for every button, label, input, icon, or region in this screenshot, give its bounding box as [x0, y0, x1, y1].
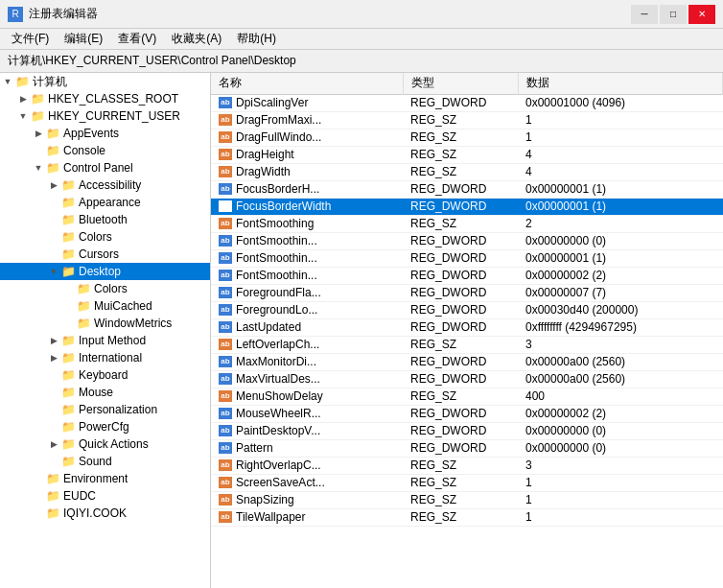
menu-item[interactable]: 帮助(H): [229, 29, 284, 49]
reg-name-cell: abDragHeight: [211, 146, 403, 163]
table-row[interactable]: abScreenSaveAct...REG_SZ1: [211, 474, 723, 491]
table-row[interactable]: abRightOverlapC...REG_SZ3: [211, 457, 723, 474]
col-type[interactable]: 类型: [403, 73, 518, 94]
tree-item-sound[interactable]: 📁Sound: [0, 453, 210, 470]
minimize-button[interactable]: ─: [631, 5, 658, 24]
table-row[interactable]: abFocusBorderH...REG_DWORD0x00000001 (1): [211, 180, 723, 198]
table-row[interactable]: abMaxVirtualDes...REG_DWORD0x00000a00 (2…: [211, 370, 723, 388]
table-row[interactable]: abDragFromMaxi...REG_SZ1: [211, 111, 723, 129]
folder-icon: 📁: [46, 472, 61, 485]
menu-item[interactable]: 文件(F): [4, 29, 57, 49]
tree-toggle[interactable]: ▶: [46, 439, 61, 449]
table-row[interactable]: abMouseWheelR...REG_DWORD0x00000002 (2): [211, 405, 723, 422]
tree-item-quick_actions[interactable]: ▶📁Quick Actions: [0, 435, 210, 453]
table-row[interactable]: abMenuShowDelayREG_SZ400: [211, 388, 723, 405]
reg-type-cell: REG_DWORD: [403, 94, 518, 111]
reg-name-cell: abDpiScalingVer: [211, 94, 403, 111]
registry-pane: 名称 类型 数据 abDpiScalingVerREG_DWORD0x00001…: [211, 73, 723, 588]
tree-item-control_panel[interactable]: ▼📁Control Panel: [0, 159, 210, 176]
menu-item[interactable]: 编辑(E): [57, 29, 110, 49]
tree-toggle[interactable]: ▶: [46, 353, 61, 363]
table-row[interactable]: abFontSmoothingREG_SZ2: [211, 215, 723, 232]
table-row[interactable]: abLeftOverlapCh...REG_SZ3: [211, 336, 723, 353]
tree-item-desktop_windowmetrics[interactable]: 📁WindowMetrics: [0, 315, 210, 332]
table-row[interactable]: abDragWidthREG_SZ4: [211, 163, 723, 180]
tree-toggle[interactable]: ▼: [0, 77, 15, 86]
maximize-button[interactable]: □: [660, 5, 687, 24]
tree-item-bluetooth[interactable]: 📁Bluetooth: [0, 211, 210, 228]
reg-data-cell: 0x00000000 (0): [518, 232, 723, 249]
tree-item-classes_root[interactable]: ▶📁HKEY_CLASSES_ROOT: [0, 90, 210, 107]
tree-item-mouse[interactable]: 📁Mouse: [0, 384, 210, 401]
tree-item-desktop_colors[interactable]: 📁Colors: [0, 280, 210, 297]
tree-toggle[interactable]: ▼: [15, 111, 31, 121]
table-row[interactable]: abSnapSizingREG_SZ1: [211, 491, 723, 508]
menu-item[interactable]: 查看(V): [110, 29, 164, 49]
type-icon: ab: [219, 304, 232, 316]
reg-data-cell: 0xffffffff (4294967295): [518, 318, 723, 336]
col-data[interactable]: 数据: [518, 73, 723, 94]
folder-icon: 📁: [61, 265, 77, 278]
tree-item-personalization[interactable]: 📁Personalization: [0, 401, 210, 418]
table-row[interactable]: abTileWallpaperREG_SZ1: [211, 508, 723, 526]
table-row[interactable]: abPaintDesktopV...REG_DWORD0x00000000 (0…: [211, 422, 723, 439]
tree-item-desktop_muicached[interactable]: 📁MuiCached: [0, 297, 210, 315]
reg-data-cell: 1: [518, 491, 723, 508]
table-row[interactable]: abFontSmoothin...REG_DWORD0x00000001 (1): [211, 249, 723, 267]
folder-icon: 📁: [31, 92, 46, 106]
tree-item-desktop[interactable]: ▼📁Desktop: [0, 263, 210, 280]
tree-item-input_method[interactable]: ▶📁Input Method: [0, 332, 210, 349]
table-row[interactable]: abDragFullWindo...REG_SZ1: [211, 129, 723, 146]
tree-toggle[interactable]: ▼: [31, 163, 46, 173]
table-row[interactable]: abFocusBorderWidthREG_DWORD0x00000001 (1…: [211, 198, 723, 215]
tree-item-console[interactable]: 📁Console: [0, 142, 210, 159]
tree-item-powercfg[interactable]: 📁PowerCfg: [0, 418, 210, 435]
type-icon: ab: [219, 131, 232, 143]
tree-item-current_user[interactable]: ▼📁HKEY_CURRENT_USER: [0, 107, 210, 125]
tree-label: Bluetooth: [79, 213, 128, 226]
tree-toggle[interactable]: ▶: [31, 129, 46, 138]
close-button[interactable]: ✕: [688, 5, 715, 24]
tree-item-colors[interactable]: 📁Colors: [0, 228, 210, 246]
folder-icon: 📁: [46, 489, 61, 503]
tree-item-appearance[interactable]: 📁Appearance: [0, 194, 210, 211]
table-row[interactable]: abForegroundLo...REG_DWORD0x00030d40 (20…: [211, 301, 723, 318]
table-row[interactable]: abLastUpdatedREG_DWORD0xffffffff (429496…: [211, 318, 723, 336]
tree-item-computer[interactable]: ▼📁计算机: [0, 73, 210, 90]
reg-name-cell: abPattern: [211, 439, 403, 457]
table-row[interactable]: abDpiScalingVerREG_DWORD0x00001000 (4096…: [211, 94, 723, 111]
reg-name-cell: abTileWallpaper: [211, 508, 403, 526]
reg-data-cell: 0x00000a00 (2560): [518, 370, 723, 388]
tree-item-keyboard[interactable]: 📁Keyboard: [0, 366, 210, 384]
table-row[interactable]: abForegroundFla...REG_DWORD0x00000007 (7…: [211, 284, 723, 301]
tree-label: MuiCached: [94, 299, 152, 313]
reg-name: PaintDesktopV...: [236, 424, 320, 437]
reg-data-cell: 400: [518, 388, 723, 405]
table-row[interactable]: abDragHeightREG_SZ4: [211, 146, 723, 163]
reg-type-cell: REG_DWORD: [403, 353, 518, 370]
tree-toggle[interactable]: ▶: [46, 180, 61, 190]
tree-item-appevents[interactable]: ▶📁AppEvents: [0, 125, 210, 142]
tree-label: Colors: [79, 230, 112, 244]
type-icon: ab: [219, 477, 232, 488]
tree-toggle[interactable]: ▶: [15, 94, 31, 104]
reg-name: DpiScalingVer: [236, 96, 308, 109]
tree-item-international[interactable]: ▶📁International: [0, 349, 210, 366]
table-row[interactable]: abFontSmoothin...REG_DWORD0x00000000 (0): [211, 232, 723, 249]
col-name[interactable]: 名称: [211, 73, 403, 94]
tree-item-iqiyi_cook[interactable]: 📁IQIYI.COOK: [0, 505, 210, 522]
tree-item-accessibility[interactable]: ▶📁Accessibility: [0, 176, 210, 194]
reg-data-cell: 2: [518, 215, 723, 232]
tree-toggle[interactable]: ▶: [46, 336, 61, 345]
tree-item-cursors[interactable]: 📁Cursors: [0, 246, 210, 263]
table-row[interactable]: abMaxMonitorDi...REG_DWORD0x00000a00 (25…: [211, 353, 723, 370]
tree-item-environment[interactable]: 📁Environment: [0, 470, 210, 487]
tree-item-eudc[interactable]: 📁EUDC: [0, 487, 210, 505]
tree-toggle[interactable]: ▼: [46, 267, 61, 276]
menu-item[interactable]: 收藏夹(A): [164, 29, 229, 49]
reg-name: Pattern: [236, 441, 273, 455]
reg-name: FontSmoothin...: [236, 251, 317, 265]
tree-label: Environment: [63, 472, 128, 485]
table-row[interactable]: abPatternREG_DWORD0x00000000 (0): [211, 439, 723, 457]
table-row[interactable]: abFontSmoothin...REG_DWORD0x00000002 (2): [211, 267, 723, 284]
